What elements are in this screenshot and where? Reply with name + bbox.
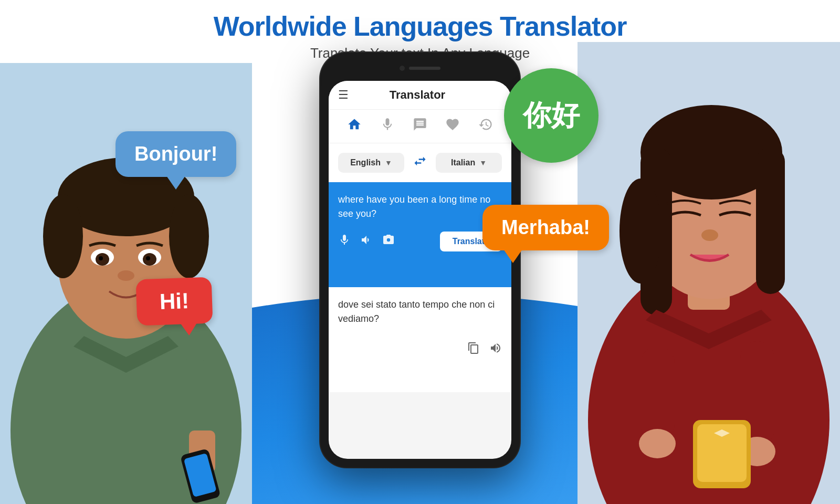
source-language-label: English [350,158,381,167]
main-title: Worldwide Languages Translator [0,10,840,42]
phone-frame: ☰ Translator [320,52,520,467]
merhaba-text: Merhaba! [501,216,590,238]
output-actions [338,342,502,358]
phone-notch [378,61,462,76]
nav-favorite[interactable] [440,115,465,138]
phone-screen: ☰ Translator [329,81,511,459]
phone-mockup: ☰ Translator [320,52,520,467]
target-language-button[interactable]: Italian ▼ [436,153,502,173]
bottom-nav [329,110,511,143]
input-actions: Translate [338,232,502,251]
bubble-bonjour: Bonjour! [116,131,236,177]
app-name: Translator [357,88,478,102]
bubble-nihao: 你好 [504,68,598,163]
input-mic-icon[interactable] [338,234,351,249]
nihao-text: 你好 [523,97,580,135]
hi-text: Hi! [159,288,190,314]
input-icon-group [338,234,395,249]
nav-home[interactable] [342,115,367,138]
menu-icon[interactable]: ☰ [338,88,349,102]
nav-chat[interactable] [407,115,433,138]
source-language-chevron: ▼ [385,159,392,167]
svg-point-12 [146,256,150,260]
person-left [0,63,252,504]
nav-history[interactable] [473,115,498,138]
target-language-chevron: ▼ [479,159,487,167]
svg-point-30 [639,429,676,458]
person-left-svg [0,63,252,504]
svg-point-26 [701,229,718,241]
svg-point-13 [118,270,134,281]
language-selector-row: English ▼ Italian ▼ [329,143,511,182]
speaker-bar [409,67,440,70]
input-volume-icon[interactable] [360,234,373,249]
output-area: dove sei stato tanto tempo che non ci ve… [329,287,511,392]
swap-languages-button[interactable] [410,151,430,175]
bonjour-text: Bonjour! [134,143,217,165]
camera-dot [400,66,405,71]
output-text: dove sei stato tanto tempo che non ci ve… [338,298,502,326]
nav-mic[interactable] [375,115,400,138]
svg-rect-24 [756,147,785,294]
output-volume-icon[interactable] [489,342,502,358]
source-language-button[interactable]: English ▼ [338,153,404,173]
app-topbar: ☰ Translator [329,81,511,110]
bubble-hi: Hi! [136,277,213,326]
input-camera-icon[interactable] [382,234,395,249]
output-copy-icon[interactable] [467,342,480,358]
svg-point-5 [43,194,83,278]
svg-point-25 [620,178,662,284]
svg-point-6 [169,194,209,278]
person-right-svg [578,42,840,504]
bubble-merhaba: Merhaba! [482,205,609,250]
svg-point-11 [99,256,103,260]
person-right [578,42,840,504]
target-language-label: Italian [451,158,475,167]
input-text: where have you been a long time no see y… [338,193,502,221]
svg-rect-28 [640,346,675,441]
